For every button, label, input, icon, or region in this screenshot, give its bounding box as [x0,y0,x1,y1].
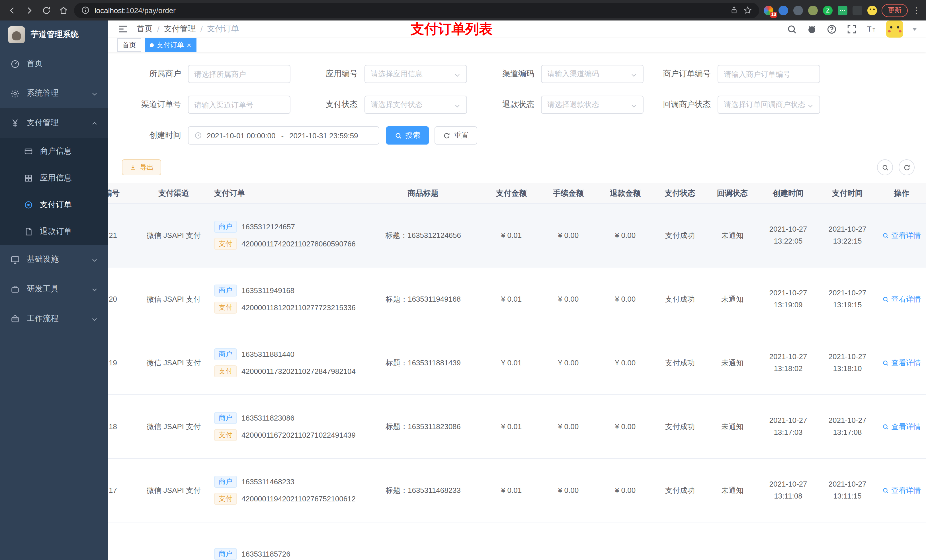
caret-down-icon[interactable] [912,27,917,30]
channel-order-no-input[interactable] [188,96,291,114]
sidebar-item-workflow[interactable]: 工作流程 [0,304,108,334]
table-row: 17 微信 JSAPI 支付 商户1635311468233 支付4200001… [108,459,926,522]
view-detail-link[interactable]: 查看详情 [882,485,921,495]
extension-icon-4[interactable] [808,5,818,15]
forward-button[interactable] [23,4,35,17]
filter-label-pay-status: 支付状态 [291,100,365,110]
extension-puzzle-icon[interactable] [853,5,862,15]
table-body: 21 微信 JSAPI 支付 商户1635312124657 支付4200001… [108,204,926,560]
browser-toolbar: localhost:1024/pay/order 10 Z ··· 更新 ⋮ [0,0,926,21]
search-icon[interactable] [787,24,797,35]
refund-status-select[interactable]: 请选择退款状态 [541,96,643,114]
app-window: localhost:1024/pay/order 10 Z ··· 更新 ⋮ 芋… [0,0,926,560]
search-toggle-button[interactable] [877,159,893,175]
tab-pay-order[interactable]: 支付订单 × [145,38,196,52]
breadcrumb: 首页 / 支付管理 / 支付订单 [137,24,239,34]
browser-update-button[interactable]: 更新 [882,4,908,17]
gear-icon [10,89,20,98]
brand: 芋道管理系统 [0,21,108,49]
tab-close-icon[interactable]: × [187,41,191,49]
app-select[interactable]: 请选择应用信息 [365,65,467,83]
sidebar-item-home[interactable]: 首页 [0,49,108,78]
channel-code-select[interactable]: 请输入渠道编码 [541,65,643,83]
view-detail-link[interactable]: 查看详情 [882,421,921,432]
svg-text:T: T [873,27,875,32]
notify-status-select[interactable]: 请选择订单回调商户状态 [717,96,820,114]
sidebar-item-pay-order[interactable]: 支付订单 [0,191,108,218]
breadcrumb-home[interactable]: 首页 [137,24,153,34]
merchant-card-icon [24,146,33,155]
extension-icon-1[interactable]: 10 [764,5,773,15]
pay-tag: 支付 [214,238,237,250]
merchant-tag: 商户 [214,221,237,233]
reset-button[interactable]: 重置 [434,126,477,145]
date-start-value: 2021-10-01 00:00:00 [207,131,275,140]
view-detail-link[interactable]: 查看详情 [882,230,921,240]
reload-button[interactable] [40,4,52,17]
extension-icon-2[interactable] [779,5,788,15]
refresh-button[interactable] [899,159,915,175]
svg-text:T: T [867,25,872,33]
sidebar-item-devtools[interactable]: 研发工具 [0,274,108,304]
refund-doc-icon [24,227,33,236]
pay-tag: 支付 [214,429,237,441]
extensions-cluster: 10 Z ··· [764,5,877,15]
page-info-icon[interactable] [81,6,90,15]
search-button[interactable]: 搜索 [386,126,429,145]
page-title: 支付订单列表 [411,20,493,38]
breadcrumb-section[interactable]: 支付管理 [164,24,196,34]
dashboard-icon [10,59,20,69]
kebab-menu-icon[interactable]: ⋮ [912,6,920,15]
sidebar-group-pay: 支付管理 商户信息 应用信息 [0,108,108,245]
font-size-icon[interactable]: TT [866,24,877,35]
sidebar-item-infra[interactable]: 基础设施 [0,245,108,274]
pay-status-select[interactable]: 请选择支付状态 [365,96,467,114]
back-button[interactable] [6,4,18,17]
help-icon[interactable] [826,24,837,35]
sidebar-item-refund-order[interactable]: 退款订单 [0,218,108,245]
pay-tag: 支付 [214,365,237,377]
pay-tag: 支付 [214,302,237,314]
chevron-down-icon [631,101,637,108]
tab-home[interactable]: 首页 [117,38,141,52]
share-icon[interactable] [729,6,738,15]
github-icon[interactable] [806,24,817,35]
chevron-down-icon [631,71,637,77]
sidebar-item-merchant-info[interactable]: 商户信息 [0,138,108,165]
chevron-down-icon [807,101,814,108]
extension-icon-8[interactable] [867,5,877,15]
filter-label-merchant: 所属商户 [122,69,188,79]
header-actions: TT [787,21,917,38]
menu-fold-icon[interactable] [117,23,129,35]
extension-badge: 10 [770,12,777,17]
sidebar-item-app-info[interactable]: 应用信息 [0,165,108,191]
extension-icon-6[interactable]: ··· [838,5,847,15]
clock-icon [194,131,202,139]
view-detail-link[interactable]: 查看详情 [882,294,921,304]
sidebar-item-pay[interactable]: 支付管理 [0,108,108,138]
app-grid-icon [24,173,33,183]
merchant-tag: 商户 [214,548,237,560]
sidebar-item-system[interactable]: 系统管理 [0,78,108,108]
table-settings [877,159,915,175]
view-detail-link[interactable]: 查看详情 [882,358,921,368]
merchant-order-no-input[interactable] [717,65,820,83]
bookmark-star-icon[interactable] [743,6,752,15]
sidebar: 芋道管理系统 首页 系统管理 支付管理 [0,21,108,560]
url-bar[interactable]: localhost:1024/pay/order [74,3,759,18]
chevron-down-icon [91,286,98,293]
fullscreen-icon[interactable] [846,24,857,35]
merchant-input[interactable] [188,65,291,83]
merchant-tag: 商户 [214,285,237,296]
sidebar-submenu-pay: 商户信息 应用信息 支付订单 退款订单 [0,138,108,245]
order-target-icon [24,200,33,209]
extension-icon-5[interactable]: Z [823,5,832,15]
export-button[interactable]: 导出 [122,159,161,175]
table-row: 21 微信 JSAPI 支付 商户1635312124657 支付4200001… [108,204,926,267]
yen-icon [10,118,20,128]
home-button[interactable] [57,4,70,17]
user-avatar[interactable] [886,21,903,38]
chevron-down-icon [91,315,98,322]
create-time-range-picker[interactable]: 2021-10-01 00:00:00 - 2021-10-31 23:59:5… [188,126,379,145]
extension-icon-3[interactable] [793,5,803,15]
